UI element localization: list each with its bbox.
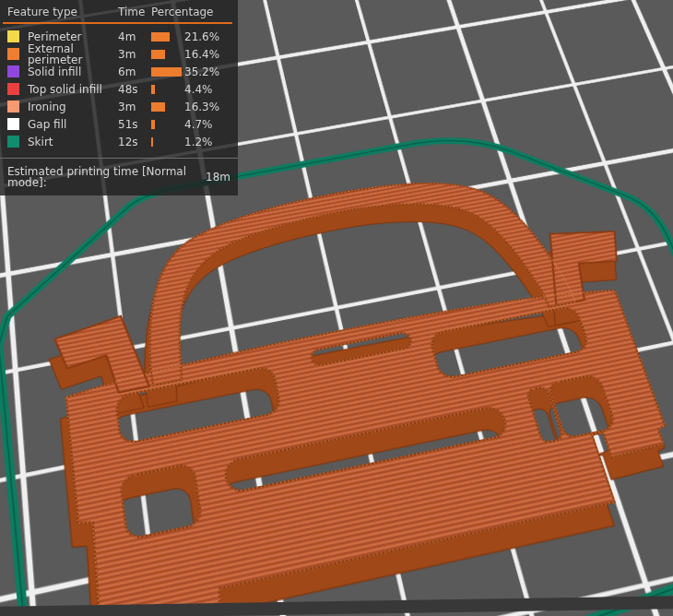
- legend-row-top-solid-infill: Top solid infill48s4.4%: [0, 80, 238, 98]
- feature-color-swatch: [7, 30, 19, 42]
- feature-time: 3m: [118, 49, 151, 60]
- feature-label: External perimeter: [28, 43, 118, 65]
- legend-rows: Perimeter4m21.6%External perimeter3m16.4…: [0, 28, 238, 150]
- feature-color-swatch: [7, 101, 19, 113]
- feature-percentage-value: 4.7%: [184, 119, 230, 130]
- feature-percentage-bar: [151, 120, 155, 129]
- feature-time: 6m: [118, 66, 151, 77]
- feature-label: Ironing: [28, 101, 118, 113]
- feature-percentage-bar: [151, 137, 153, 147]
- feature-percentage-bar: [151, 102, 165, 112]
- estimated-time-row: Estimated printing time [Normal mode]: 1…: [0, 159, 238, 195]
- legend-accent-rule: [3, 22, 232, 24]
- legend-row-external-perimeter: External perimeter3m16.4%: [0, 45, 238, 63]
- slicer-preview-screen: { "legend": { "columns": { "feature": "F…: [0, 0, 673, 616]
- feature-percentage-value: 21.6%: [184, 31, 230, 42]
- feature-percentage-bar: [151, 32, 170, 41]
- feature-percentage-bar: [151, 50, 165, 59]
- feature-percentage-barbox: [151, 137, 184, 147]
- legend-row-skirt: Skirt12s1.2%: [0, 133, 238, 150]
- feature-color-swatch: [7, 48, 19, 60]
- column-percentage: Percentage: [151, 6, 230, 18]
- feature-color-swatch: [7, 136, 19, 148]
- feature-label: Solid infill: [28, 66, 118, 77]
- feature-percentage-barbox: [151, 85, 184, 94]
- feature-time: 3m: [118, 101, 151, 113]
- feature-percentage-value: 16.4%: [184, 49, 230, 60]
- feature-label: Gap fill: [28, 119, 118, 130]
- column-time: Time: [118, 6, 151, 18]
- feature-percentage-value: 4.4%: [184, 84, 230, 95]
- feature-percentage-value: 16.3%: [184, 101, 230, 113]
- estimated-time-label: Estimated printing time [Normal mode]:: [7, 166, 197, 188]
- model-car-front: [39, 148, 673, 616]
- feature-percentage-value: 1.2%: [184, 136, 230, 148]
- feature-label: Top solid infill: [28, 84, 118, 95]
- feature-time: 51s: [118, 119, 151, 130]
- estimated-time-value: 18m: [206, 172, 230, 183]
- column-feature-type: Feature type: [7, 6, 118, 18]
- feature-label: Perimeter: [28, 31, 118, 42]
- feature-color-swatch: [7, 118, 19, 130]
- feature-color-swatch: [7, 83, 19, 95]
- feature-time: 12s: [118, 136, 151, 148]
- feature-percentage-barbox: [151, 67, 184, 77]
- feature-label: Skirt: [28, 136, 118, 148]
- legend-row-gap-fill: Gap fill51s4.7%: [0, 115, 238, 133]
- legend-row-solid-infill: Solid infill6m35.2%: [0, 63, 238, 80]
- feature-percentage-bar: [151, 67, 182, 77]
- feature-percentage-barbox: [151, 32, 184, 41]
- feature-time: 48s: [118, 84, 151, 95]
- feature-percentage-barbox: [151, 120, 184, 129]
- feature-percentage-barbox: [151, 50, 184, 59]
- feature-percentage-barbox: [151, 102, 184, 112]
- feature-percentage-value: 35.2%: [184, 66, 230, 77]
- legend-row-ironing: Ironing3m16.3%: [0, 98, 238, 115]
- feature-time: 4m: [118, 31, 151, 42]
- feature-percentage-bar: [151, 85, 155, 94]
- legend-header: Feature type Time Percentage: [0, 0, 238, 22]
- feature-color-swatch: [7, 65, 19, 77]
- feature-legend-panel: Feature type Time Percentage Perimeter4m…: [0, 0, 238, 195]
